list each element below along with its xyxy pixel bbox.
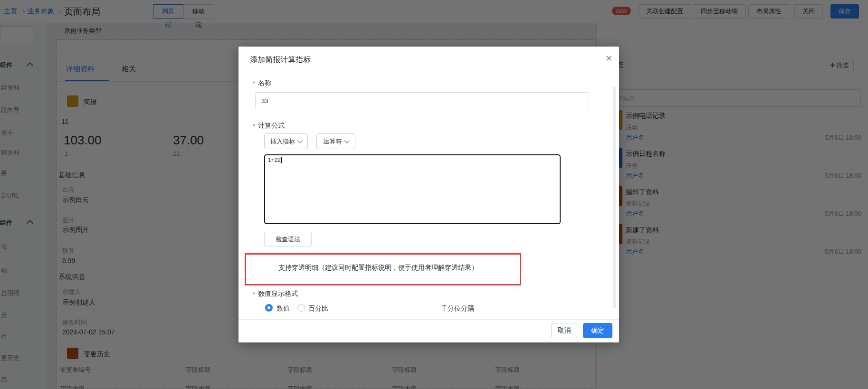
operator-dropdown[interactable]: 运算符 bbox=[316, 133, 355, 149]
radio-percent[interactable] bbox=[297, 304, 305, 312]
modal-header-divider bbox=[238, 73, 619, 73]
formula-textarea[interactable]: 1+22 bbox=[264, 154, 561, 224]
name-field-label: 名称 bbox=[258, 79, 271, 87]
text-cursor bbox=[281, 157, 282, 163]
required-asterisk: * bbox=[253, 123, 255, 130]
required-asterisk: * bbox=[253, 80, 255, 87]
radio-percent-label: 百分比 bbox=[308, 304, 328, 313]
number-format-label: 数值显示格式 bbox=[258, 290, 298, 298]
confirm-button[interactable]: 确定 bbox=[583, 323, 612, 338]
required-asterisk: * bbox=[253, 291, 255, 298]
radio-number[interactable] bbox=[265, 304, 273, 312]
drill-through-label: 支持穿透明细（建议同时配置指标说明，便于使用者理解穿透结果） bbox=[278, 264, 478, 272]
insert-metric-dropdown[interactable]: 插入指标 bbox=[264, 133, 308, 149]
thousand-separator-label: 千分位分隔 bbox=[441, 304, 474, 313]
check-syntax-button[interactable]: 检查语法 bbox=[264, 232, 312, 247]
page-layout-editor: 主页 › 业务对象 › 页面布局 网页端 移动端 new 关联创建配置 同步至移… bbox=[0, 0, 868, 389]
formula-label: 计算公式 bbox=[258, 122, 285, 130]
chevron-down-icon bbox=[297, 138, 302, 143]
close-icon[interactable]: ✕ bbox=[605, 53, 612, 64]
modal-scrollbar[interactable] bbox=[613, 87, 616, 308]
name-input[interactable] bbox=[255, 92, 589, 109]
modal-title: 添加简报计算指标 bbox=[250, 55, 311, 65]
chevron-down-icon bbox=[344, 138, 349, 143]
add-brief-metric-modal: 添加简报计算指标 ✕ * 名称 * 计算公式 插入指标 运算符 1+22 检查语… bbox=[238, 47, 619, 342]
modal-footer-divider bbox=[238, 319, 619, 320]
radio-number-label: 数值 bbox=[277, 304, 290, 313]
cancel-button[interactable]: 取消 bbox=[551, 323, 577, 338]
